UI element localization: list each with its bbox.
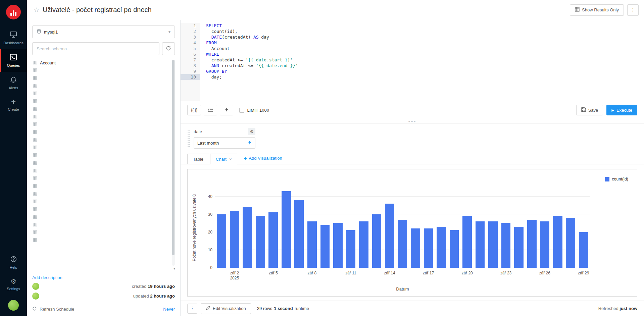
limit-control[interactable]: LIMIT 1000 xyxy=(239,108,269,113)
schema-table-row[interactable] xyxy=(32,159,169,167)
format-query-button[interactable] xyxy=(204,105,217,115)
schema-table-row[interactable] xyxy=(32,198,169,206)
bar[interactable] xyxy=(346,230,356,268)
bar[interactable] xyxy=(553,216,562,268)
header-more-menu-button[interactable]: ⋮ xyxy=(627,4,639,16)
bar[interactable] xyxy=(333,223,343,268)
scrollbar-thumb[interactable] xyxy=(172,60,175,255)
schema-search-input[interactable] xyxy=(32,42,159,55)
y-axis-label: Počet nově registrovaných uživatelů xyxy=(192,194,197,261)
sql-editor[interactable]: 12345678910 SELECT count(id), DATE(creat… xyxy=(181,20,644,101)
bar[interactable] xyxy=(462,216,472,268)
creator-avatar[interactable] xyxy=(32,283,39,290)
schema-table-row[interactable] xyxy=(32,167,169,175)
sidebar-item-alerts[interactable]: Alerts xyxy=(0,72,27,94)
bar[interactable] xyxy=(230,211,239,268)
drag-handle-icon[interactable] xyxy=(187,129,190,147)
sidebar-item-dashboards[interactable]: Dashboards xyxy=(0,27,27,49)
bar[interactable] xyxy=(579,232,588,268)
schema-table-row[interactable] xyxy=(32,182,169,190)
add-description-link[interactable]: Add description xyxy=(32,275,175,280)
bar[interactable] xyxy=(566,218,575,268)
redash-logo-icon[interactable] xyxy=(6,5,21,19)
bar[interactable] xyxy=(294,200,304,268)
schema-table-row[interactable] xyxy=(32,90,169,98)
schema-table-row[interactable] xyxy=(32,206,169,213)
tab-table[interactable]: Table xyxy=(187,154,209,164)
sidebar-item-help[interactable]: Help xyxy=(0,251,27,274)
bar[interactable] xyxy=(268,212,278,268)
schema-table-row[interactable] xyxy=(32,190,169,198)
bar[interactable] xyxy=(256,216,265,268)
bar[interactable] xyxy=(501,223,511,268)
save-button[interactable]: Save xyxy=(576,105,603,115)
bar[interactable] xyxy=(282,191,291,268)
edit-visualization-button[interactable]: Edit Visualization xyxy=(201,303,251,314)
parameter-settings-button[interactable]: ⚙ xyxy=(248,128,255,135)
apply-changes-icon[interactable] xyxy=(248,140,252,146)
bar[interactable] xyxy=(385,204,394,268)
bar[interactable] xyxy=(437,227,446,268)
bar[interactable] xyxy=(450,230,459,268)
sidebar-item-settings[interactable]: ⚙ Settings xyxy=(0,274,27,295)
add-visualization-button[interactable]: + Add Visualization xyxy=(244,153,282,164)
plus-icon: + xyxy=(244,155,247,161)
schema-table-row[interactable] xyxy=(32,74,169,82)
editor-code[interactable]: SELECT count(id), DATE(createdAt) AS day… xyxy=(200,23,644,101)
schema-table-row[interactable] xyxy=(32,229,169,236)
bar[interactable] xyxy=(476,221,485,268)
scroll-down-icon[interactable]: ▾ xyxy=(174,267,175,270)
bar[interactable] xyxy=(372,214,382,268)
schema-table-row[interactable] xyxy=(32,105,169,113)
schema-table-row[interactable] xyxy=(32,236,169,244)
grid-icon xyxy=(575,7,580,13)
refresh-schedule-value-link[interactable]: Never xyxy=(163,307,175,312)
schema-table-row[interactable] xyxy=(32,152,169,159)
schema-table-row[interactable] xyxy=(32,144,169,152)
bar[interactable] xyxy=(307,221,317,268)
schema-refresh-button[interactable] xyxy=(162,42,175,55)
bar[interactable] xyxy=(217,214,226,268)
schema-table-row[interactable] xyxy=(32,128,169,136)
sidebar-item-queries[interactable]: Queries xyxy=(0,49,27,72)
sidebar-item-label: Create xyxy=(8,107,19,111)
schema-table-row[interactable] xyxy=(32,98,169,105)
bar[interactable] xyxy=(514,227,524,268)
schema-table-row[interactable] xyxy=(32,221,169,229)
schema-table-row[interactable] xyxy=(32,113,169,121)
close-icon[interactable]: × xyxy=(229,157,232,162)
parameter-value-input[interactable]: Last month xyxy=(194,137,255,149)
bar[interactable] xyxy=(398,220,407,268)
resize-handle[interactable]: ●●● xyxy=(181,119,644,124)
datasource-select[interactable]: mysql1 ▾ xyxy=(32,25,175,38)
bar[interactable] xyxy=(320,225,330,268)
results-more-menu-button[interactable]: ⋮ xyxy=(187,304,197,314)
tab-chart[interactable]: Chart × xyxy=(210,154,237,164)
bar[interactable] xyxy=(411,228,420,268)
schema-table-row[interactable] xyxy=(32,175,169,182)
sidebar-item-create[interactable]: + Create xyxy=(0,94,27,116)
schema-table-row[interactable] xyxy=(32,213,169,221)
autocomplete-toggle-button[interactable] xyxy=(220,105,233,115)
insert-parameter-button[interactable]: {{ }} xyxy=(187,105,201,115)
execute-button[interactable]: ▶ Execute xyxy=(606,105,637,115)
schema-table-row[interactable]: Account xyxy=(32,59,169,67)
chart-legend[interactable]: count(id) xyxy=(605,177,628,181)
bar[interactable] xyxy=(424,228,433,268)
bar[interactable] xyxy=(527,220,537,268)
favorite-star-icon[interactable]: ☆ xyxy=(34,6,39,14)
bar[interactable] xyxy=(540,221,549,268)
schema-table-row[interactable] xyxy=(32,121,169,128)
bar[interactable] xyxy=(488,221,498,268)
show-results-only-button[interactable]: Show Results Only xyxy=(570,4,624,16)
limit-checkbox[interactable] xyxy=(239,108,244,113)
schema-scrollbar[interactable] xyxy=(172,60,175,266)
schema-table-row[interactable] xyxy=(32,67,169,74)
updater-avatar[interactable] xyxy=(32,293,39,300)
gear-icon: ⚙ xyxy=(250,129,254,134)
bar[interactable] xyxy=(359,221,368,268)
schema-table-row[interactable] xyxy=(32,82,169,90)
bar[interactable] xyxy=(243,207,252,268)
schema-table-row[interactable] xyxy=(32,136,169,144)
user-avatar[interactable] xyxy=(8,300,19,311)
